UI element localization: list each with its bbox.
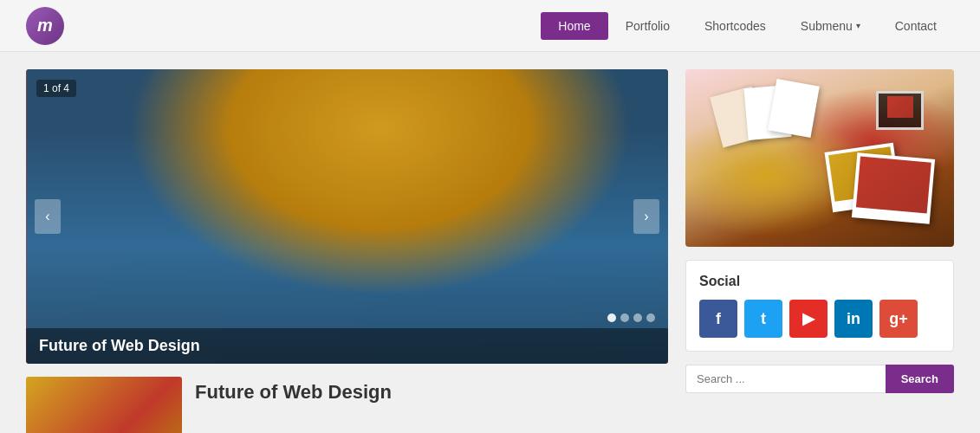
search-button-label: Search: [901, 372, 938, 385]
polaroid-main: [852, 152, 935, 224]
youtube-icon[interactable]: ▶: [789, 300, 827, 338]
nav-label-shortcodes: Shortcodes: [704, 19, 766, 33]
slider-bg-figure: [26, 69, 668, 364]
post-thumbnail: [26, 377, 182, 433]
slider-count: 1 of 4: [36, 80, 76, 97]
search-input[interactable]: [685, 365, 886, 393]
nav-item-home[interactable]: Home: [541, 12, 607, 40]
dot-4[interactable]: [646, 313, 655, 322]
slider-dots: [607, 313, 655, 322]
facebook-icon[interactable]: f: [699, 300, 737, 338]
nav-item-shortcodes[interactable]: Shortcodes: [687, 12, 783, 40]
polaroid-inner: [856, 157, 931, 214]
post-preview: Future of Web Design: [26, 377, 668, 433]
polaroid-cards: [698, 82, 941, 234]
polaroid-card-3: [768, 79, 820, 138]
main-nav: Home Portfolio Shortcodes Submenu ▾ Cont…: [541, 12, 954, 40]
linkedin-label: in: [847, 310, 860, 328]
google-plus-label: g+: [889, 310, 908, 328]
sidebar: Social f t ▶ in g+: [685, 69, 954, 433]
twitter-label: t: [761, 310, 766, 328]
main-content: 1 of 4 ‹ › Future of Web Design Future o…: [0, 52, 980, 433]
sidebar-featured-image[interactable]: [685, 69, 954, 247]
dot-3[interactable]: [633, 313, 642, 322]
slider-caption: Future of Web Design: [26, 328, 668, 364]
header: m Home Portfolio Shortcodes Submenu ▾ Co…: [0, 0, 980, 52]
nav-item-submenu[interactable]: Submenu ▾: [783, 12, 878, 40]
nav-label-contact: Contact: [895, 19, 937, 33]
social-title: Social: [699, 274, 940, 289]
logo-letter: m: [37, 16, 53, 36]
nav-item-portfolio[interactable]: Portfolio: [608, 12, 687, 40]
slider-caption-text: Future of Web Design: [39, 337, 200, 354]
slider-image: [26, 69, 668, 364]
chevron-right-icon: ›: [644, 209, 648, 224]
youtube-label: ▶: [802, 309, 815, 328]
social-widget: Social f t ▶ in g+: [685, 260, 954, 352]
slider-prev-button[interactable]: ‹: [35, 199, 61, 234]
dot-1[interactable]: [607, 313, 616, 322]
content-area: 1 of 4 ‹ › Future of Web Design Future o…: [26, 69, 668, 433]
post-title: Future of Web Design: [195, 381, 392, 404]
chevron-down-icon: ▾: [856, 21, 860, 30]
nav-item-contact[interactable]: Contact: [878, 12, 954, 40]
post-info: Future of Web Design: [195, 377, 392, 404]
logo[interactable]: m: [26, 7, 64, 45]
google-plus-icon[interactable]: g+: [879, 300, 918, 338]
polaroid-film-inner: [887, 96, 913, 118]
twitter-icon[interactable]: t: [744, 300, 782, 338]
nav-label-home: Home: [558, 19, 590, 33]
social-icons-row: f t ▶ in g+: [699, 300, 940, 338]
chevron-left-icon: ‹: [45, 209, 49, 224]
search-button[interactable]: Search: [886, 365, 954, 393]
dot-2[interactable]: [620, 313, 629, 322]
polaroid-film: [876, 91, 924, 130]
search-widget: Search: [685, 365, 954, 393]
slider-next-button[interactable]: ›: [633, 199, 659, 234]
nav-label-portfolio: Portfolio: [626, 19, 670, 33]
nav-label-submenu: Submenu: [801, 19, 853, 33]
image-slider: 1 of 4 ‹ › Future of Web Design: [26, 69, 668, 364]
linkedin-icon[interactable]: in: [834, 300, 873, 338]
facebook-label: f: [716, 310, 721, 328]
